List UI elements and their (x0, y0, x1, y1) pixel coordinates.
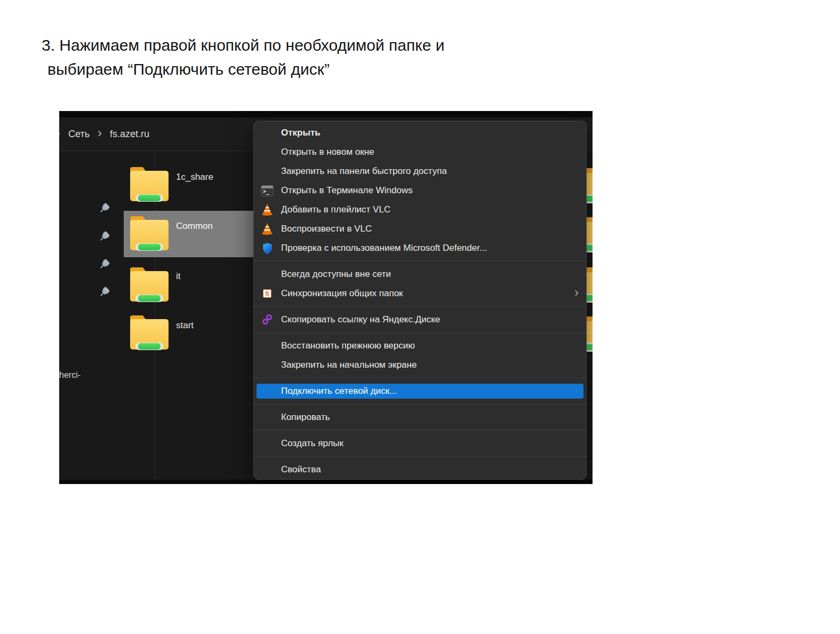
menu-item-open[interactable]: Открыть (254, 123, 586, 142)
yandex-link-icon (261, 314, 273, 326)
menu-item-pin-start[interactable]: Закрепить на начальном экране (254, 355, 586, 375)
menu-separator (254, 332, 586, 333)
defender-shield-icon (260, 242, 274, 255)
chevron-right-icon: › (98, 126, 102, 139)
window-bottom-strip (59, 480, 593, 484)
folder-icon[interactable] (130, 167, 169, 202)
partial-folder-icon (587, 267, 593, 303)
menu-item-create-shortcut[interactable]: Создать ярлык (254, 434, 586, 453)
menu-item-map-network-drive[interactable]: Подключить сетевой диск... (257, 384, 583, 399)
menu-separator (254, 430, 586, 431)
folder-label[interactable]: start (176, 320, 194, 331)
caption-line2: выбираем “Подключить сетевой диск” (42, 57, 445, 81)
menu-item-always-offline[interactable]: Всегда доступны вне сети (254, 265, 586, 284)
menu-item-properties[interactable]: Свойства (254, 460, 586, 479)
partial-folder-icon (587, 217, 593, 252)
vlc-cone-icon (261, 204, 273, 216)
breadcrumb-server[interactable]: fs.azet.ru (110, 129, 149, 140)
context-menu: Открыть Открыть в новом окне Закрепить н… (253, 121, 587, 480)
folder-label[interactable]: 1c_share (176, 172, 213, 183)
menu-separator (254, 404, 586, 405)
chevron-right-icon: › (59, 126, 60, 139)
folder-label[interactable]: Common (176, 221, 213, 232)
folder-icon[interactable] (130, 216, 169, 251)
menu-item-defender-scan[interactable]: Проверка с использованием Microsoft Defe… (254, 239, 586, 258)
sidebar-item-partial[interactable]: herci- (59, 370, 81, 380)
explorer-screenshot: › Сеть › fs.azet.ru herci- 1c_share Comm… (59, 111, 593, 484)
menu-separator (254, 306, 586, 307)
pin-icon (97, 229, 111, 244)
folder-label[interactable]: it (176, 271, 181, 282)
breadcrumb-network[interactable]: Сеть (68, 129, 90, 140)
pin-icon (97, 201, 111, 216)
folder-icon[interactable] (130, 315, 169, 351)
sync-folders-icon: S (263, 289, 271, 298)
menu-item-yandex-copy-link[interactable]: Скопировать ссылку на Яндекс.Диске (254, 310, 586, 329)
menu-item-vlc-play[interactable]: Воспроизвести в VLC (254, 219, 586, 239)
menu-separator (254, 261, 586, 261)
terminal-icon: >_ (261, 185, 274, 196)
partial-folder-icon (587, 168, 593, 203)
submenu-chevron-icon: › (574, 286, 579, 299)
window-top-strip (59, 111, 593, 117)
caption: 3. Нажимаем правой кнопкой по необходимо… (42, 33, 445, 81)
menu-item-pin-quick-access[interactable]: Закрепить на панели быстрого доступа (254, 162, 586, 181)
menu-item-open-terminal[interactable]: >_ Открыть в Терминале Windows (254, 181, 586, 200)
pin-icon (97, 257, 111, 272)
menu-item-restore-previous[interactable]: Восстановить прежнюю версию (254, 336, 586, 355)
caption-line1: 3. Нажимаем правой кнопкой по необходимо… (42, 33, 445, 57)
menu-item-sync-shared-folders[interactable]: S Синхронизация общих папок › (254, 284, 586, 303)
menu-separator (254, 378, 586, 378)
folder-icon[interactable] (130, 267, 169, 303)
menu-item-vlc-add-playlist[interactable]: Добавить в плейлист VLC (254, 200, 586, 219)
menu-separator (254, 456, 586, 457)
vlc-cone-icon (261, 223, 273, 235)
partial-folder-icon (587, 316, 593, 352)
pin-icon (97, 285, 111, 300)
menu-item-copy[interactable]: Копировать (254, 408, 586, 427)
menu-item-open-new-window[interactable]: Открыть в новом окне (254, 142, 586, 162)
